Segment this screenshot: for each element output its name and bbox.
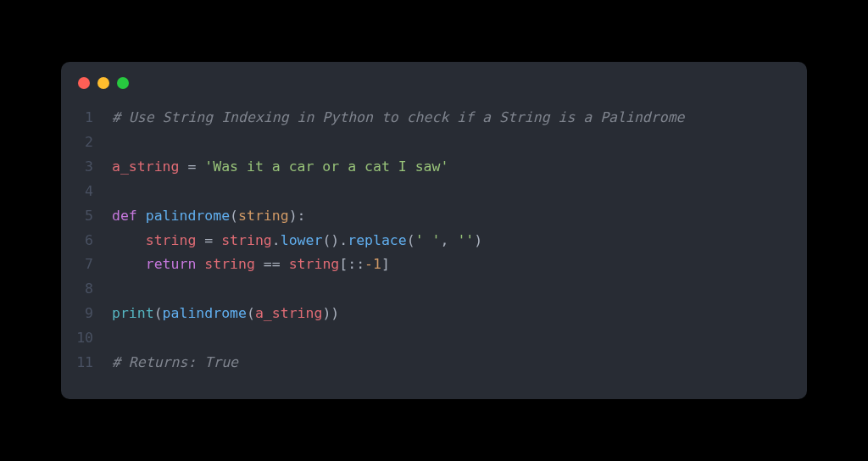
- code-token: string: [289, 256, 340, 272]
- line-content: # Use String Indexing in Python to check…: [112, 106, 685, 131]
- code-line: 1# Use String Indexing in Python to chec…: [61, 106, 807, 131]
- code-token: ,: [441, 232, 458, 248]
- code-token: [::: [339, 256, 364, 272]
- line-number: 7: [61, 253, 112, 277]
- code-window: 1# Use String Indexing in Python to chec…: [61, 62, 807, 399]
- line-number: 6: [61, 229, 112, 253]
- code-token: [196, 158, 204, 175]
- code-token: string: [146, 232, 197, 248]
- code-token: (: [154, 305, 163, 321]
- code-token: string: [221, 232, 272, 248]
- code-token: a_string: [255, 305, 322, 321]
- code-token: ):: [289, 208, 306, 224]
- code-token: (: [407, 232, 415, 248]
- code-token: ().: [322, 232, 348, 248]
- line-number: 3: [61, 155, 112, 180]
- code-token: replace: [348, 232, 407, 248]
- code-token: (: [230, 208, 238, 224]
- code-token: palindrome: [146, 208, 230, 224]
- code-token: string: [238, 208, 289, 224]
- code-token: [112, 256, 146, 272]
- line-content: print(palindrome(a_string)): [112, 302, 339, 326]
- line-number: 4: [61, 180, 112, 204]
- code-token: .: [272, 232, 281, 248]
- code-token: -1: [364, 256, 381, 272]
- code-editor: 1# Use String Indexing in Python to chec…: [61, 99, 807, 375]
- code-token: ' ': [415, 232, 441, 248]
- line-number: 1: [61, 106, 112, 131]
- code-line: 6 string = string.lower().replace(' ', '…: [61, 229, 807, 253]
- code-token: [196, 232, 204, 248]
- line-content: a_string = 'Was it a car or a cat I saw': [112, 155, 448, 180]
- code-token: =: [204, 232, 213, 248]
- line-number: 9: [61, 302, 112, 326]
- code-token: a_string: [112, 158, 179, 175]
- line-content: def palindrome(string):: [112, 204, 306, 229]
- minimize-icon[interactable]: [97, 77, 109, 89]
- code-line: 2: [61, 131, 807, 155]
- code-token: =: [187, 158, 196, 175]
- line-number: 8: [61, 277, 112, 302]
- close-icon[interactable]: [78, 77, 90, 89]
- code-line: 5def palindrome(string):: [61, 204, 807, 229]
- code-line: 9print(palindrome(a_string)): [61, 302, 807, 326]
- line-number: 2: [61, 131, 112, 155]
- code-line: 8: [61, 277, 807, 302]
- code-token: [179, 158, 187, 175]
- window-titlebar: [61, 62, 807, 99]
- maximize-icon[interactable]: [117, 77, 129, 89]
- line-number: 5: [61, 204, 112, 229]
- code-token: palindrome: [163, 305, 247, 321]
- code-token: [196, 256, 204, 272]
- code-token: print: [112, 305, 154, 321]
- code-token: string: [204, 256, 255, 272]
- code-token: )): [322, 305, 339, 321]
- line-content: string = string.lower().replace(' ', ''): [112, 229, 482, 253]
- line-number: 11: [61, 351, 112, 375]
- code-token: (: [247, 305, 255, 321]
- code-token: # Returns: True: [112, 354, 238, 370]
- code-token: return: [146, 256, 197, 272]
- line-number: 10: [61, 326, 112, 351]
- code-token: [255, 256, 264, 272]
- code-token: 'Was it a car or a cat I saw': [204, 158, 448, 175]
- code-token: [112, 232, 146, 248]
- code-line: 7 return string == string[::-1]: [61, 253, 807, 277]
- code-line: 3a_string = 'Was it a car or a cat I saw…: [61, 155, 807, 180]
- code-token: # Use String Indexing in Python to check…: [112, 109, 685, 125]
- code-line: 4: [61, 180, 807, 204]
- code-token: [281, 256, 289, 272]
- code-token: ): [474, 232, 482, 248]
- code-token: '': [457, 232, 474, 248]
- code-token: def: [112, 208, 137, 224]
- code-token: ==: [264, 256, 281, 272]
- code-line: 10: [61, 326, 807, 351]
- code-token: [213, 232, 221, 248]
- line-content: return string == string[::-1]: [112, 253, 390, 277]
- line-content: # Returns: True: [112, 351, 238, 375]
- code-token: lower: [281, 232, 323, 248]
- code-token: [137, 208, 146, 224]
- code-token: ]: [381, 256, 390, 272]
- code-line: 11# Returns: True: [61, 351, 807, 375]
